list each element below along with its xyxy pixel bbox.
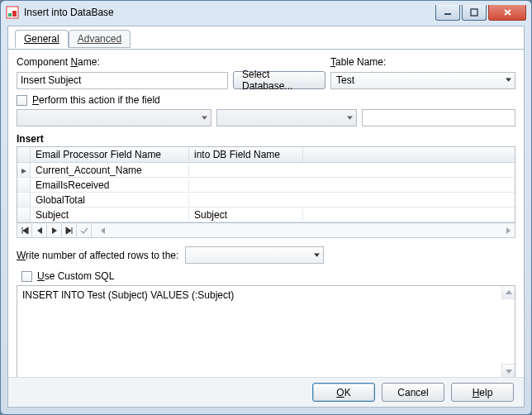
chevron-down-icon (506, 78, 511, 83)
table-name-label: Table Name: (330, 56, 386, 68)
insert-section-label: Insert (17, 133, 515, 145)
svg-rect-1 (8, 13, 12, 17)
help-button[interactable]: Help (451, 383, 514, 402)
perform-value-input[interactable] (362, 109, 515, 126)
tab-content: Component Name: Table Name: Insert Subje… (8, 50, 524, 381)
sql-text: INSERT INTO Test (Subject) VALUES (:Subj… (22, 289, 234, 301)
field-mapping-grid: Email Processor Field Name into DB Field… (17, 146, 515, 223)
svg-rect-4 (471, 9, 477, 16)
svg-rect-3 (444, 13, 451, 15)
grid-navigator (17, 223, 515, 238)
grid-body: ▸Current_Account_Name EmailIsReceived Gl… (17, 163, 515, 222)
table-row[interactable]: SubjectSubject (17, 208, 515, 222)
component-name-label: Component Name: (17, 56, 330, 68)
dialog-window: Insert into DataBase GeneralAdvanced Com… (0, 0, 532, 415)
perform-field-combo[interactable] (17, 109, 211, 126)
perform-label: Perform this action if the field (32, 94, 160, 106)
minimize-button[interactable] (435, 5, 460, 21)
grid-col-1[interactable]: Email Processor Field Name (31, 147, 189, 162)
table-row[interactable]: ▸Current_Account_Name (17, 163, 515, 178)
window-title: Insert into DataBase (24, 7, 435, 18)
custom-sql-checkbox[interactable] (21, 271, 32, 282)
titlebar[interactable]: Insert into DataBase (1, 1, 531, 24)
perform-op-combo[interactable] (216, 109, 357, 126)
grid-hscroll[interactable] (92, 227, 515, 235)
cancel-button[interactable]: Cancel (382, 383, 444, 402)
select-database-button[interactable]: Select Database... (233, 71, 325, 89)
dialog-footer: OK Cancel Help (8, 377, 524, 407)
scroll-up-button[interactable] (501, 286, 515, 299)
chevron-down-icon (314, 253, 320, 258)
write-rows-combo[interactable] (185, 246, 324, 264)
sql-textarea[interactable]: INSERT INTO Test (Subject) VALUES (:Subj… (17, 285, 515, 378)
tabstrip: GeneralAdvanced (8, 30, 524, 50)
perform-checkbox[interactable] (17, 95, 27, 106)
nav-last-button[interactable] (62, 224, 77, 237)
nav-prev-button[interactable] (32, 224, 47, 237)
window-buttons (435, 5, 526, 21)
ok-button[interactable]: OK (312, 383, 375, 402)
component-name-input[interactable]: Insert Subject (17, 72, 228, 89)
app-icon (6, 6, 19, 19)
nav-first-button[interactable] (17, 224, 32, 237)
scroll-down-button[interactable] (501, 364, 515, 377)
svg-rect-2 (12, 11, 17, 17)
tab-advanced[interactable]: Advanced (69, 30, 131, 48)
tab-general[interactable]: General (15, 30, 69, 48)
row-indicator-icon: ▸ (17, 163, 31, 177)
chevron-down-icon (347, 116, 353, 121)
grid-col-2[interactable]: into DB Field Name (189, 147, 303, 162)
table-name-combo[interactable]: Test (330, 72, 515, 89)
client-area: GeneralAdvanced Component Name: Table Na… (7, 26, 525, 408)
maximize-button[interactable] (462, 5, 487, 21)
scroll-right-icon (505, 227, 511, 235)
close-button[interactable] (488, 5, 526, 21)
write-rows-label: Write number of affected rows to the: (17, 250, 178, 261)
table-name-value: Test (336, 74, 354, 86)
table-row[interactable]: GlobalTotal (17, 193, 515, 208)
nav-confirm-button[interactable] (77, 224, 92, 237)
table-row[interactable]: EmailIsReceived (17, 178, 515, 193)
nav-next-button[interactable] (47, 224, 62, 237)
custom-sql-label: Use Custom SQL (37, 270, 114, 282)
scroll-left-icon (100, 227, 107, 235)
chevron-down-icon (202, 116, 207, 121)
grid-header: Email Processor Field Name into DB Field… (17, 147, 515, 163)
